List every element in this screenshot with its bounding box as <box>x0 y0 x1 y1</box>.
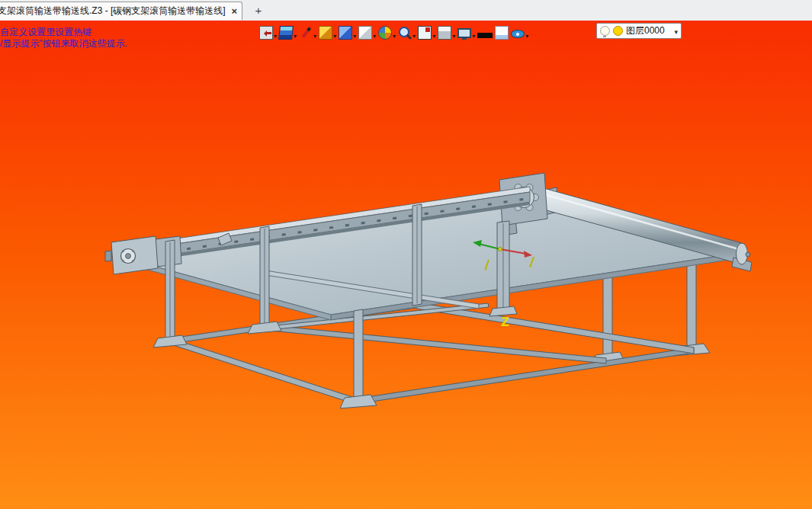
z-axis-label: Z <box>501 315 509 329</box>
dropdown-arrow[interactable] <box>412 26 416 40</box>
monitor-icon[interactable] <box>457 28 471 38</box>
layer-control[interactable]: 图层0000 <box>596 23 682 39</box>
zoom-icon[interactable] <box>398 26 412 40</box>
conveyor-model[interactable] <box>105 173 752 408</box>
view-toolbar <box>259 24 528 42</box>
dropdown-arrow[interactable] <box>472 26 475 40</box>
screen-icon[interactable] <box>418 26 432 40</box>
appearance-icon[interactable] <box>278 26 294 40</box>
dropdown-arrow[interactable] <box>373 26 376 40</box>
dropdown-arrow[interactable] <box>333 26 336 40</box>
chevron-down-icon[interactable] <box>674 26 678 37</box>
panel-icon[interactable] <box>438 26 451 40</box>
dropdown-arrow[interactable] <box>294 26 297 40</box>
document-tab[interactable]: 支架滚筒输送带输送线.Z3 - [碳钢支架滚筒输送带输送线] × <box>0 2 242 20</box>
visibility-icon[interactable] <box>511 30 525 38</box>
tab-title: 支架滚筒输送带输送线.Z3 - [碳钢支架滚筒输送带输送线] <box>0 5 228 18</box>
layer-name: 图层0000 <box>626 24 665 37</box>
dropdown-arrow[interactable] <box>432 26 435 40</box>
dropdown-arrow[interactable] <box>452 26 455 40</box>
close-icon[interactable]: × <box>231 5 237 17</box>
hint-line-2: 助/显示提示"按钮来取消这些提示. <box>0 38 127 50</box>
hint-line-1: 在自定义设置里设置热键 <box>0 27 127 38</box>
background-icon[interactable] <box>495 26 509 40</box>
layer-color-icon <box>613 26 623 36</box>
exit-icon[interactable] <box>259 26 273 40</box>
line-width-icon[interactable] <box>477 33 493 38</box>
dropdown-arrow[interactable] <box>274 26 277 40</box>
dropdown-arrow[interactable] <box>393 26 396 40</box>
wireframe-cube-icon[interactable] <box>358 26 372 40</box>
color-wheel-icon[interactable] <box>378 26 392 40</box>
lightbulb-icon[interactable] <box>600 26 610 36</box>
hint-text: 在自定义设置里设置热键 助/显示提示"按钮来取消这些提示. <box>0 27 127 50</box>
shaded-cube-icon[interactable] <box>319 26 332 40</box>
new-tab-button[interactable]: + <box>250 2 267 18</box>
tab-bar: 支架滚筒输送带输送线.Z3 - [碳钢支架滚筒输送带输送线] × + <box>0 0 812 21</box>
dropdown-arrow[interactable] <box>353 26 356 40</box>
dropdown-arrow[interactable] <box>313 26 316 40</box>
dropdown-arrow[interactable] <box>525 26 528 40</box>
blue-cube-icon[interactable] <box>339 26 352 40</box>
brush-icon[interactable] <box>299 26 313 40</box>
scene-canvas: Z <box>0 0 812 509</box>
